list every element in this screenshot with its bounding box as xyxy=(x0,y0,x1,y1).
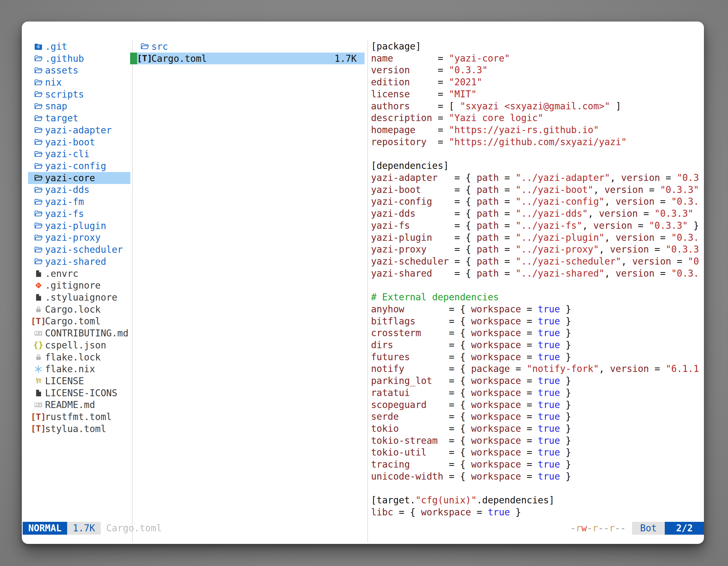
folder-open-icon xyxy=(34,114,43,123)
preview-line: unicode-width = { workspace = true } xyxy=(371,471,704,483)
file-row[interactable]: Cargo.lock xyxy=(28,303,130,315)
preview-line: yazi-shared = { path = "../yazi-shared",… xyxy=(371,268,704,280)
file-row[interactable]: LICENSE-ICONS xyxy=(28,387,130,399)
folder-row[interactable]: yazi-dds xyxy=(28,184,130,196)
folder-row[interactable]: scripts xyxy=(28,88,130,100)
folder-row[interactable]: target xyxy=(28,112,130,124)
preview-line: tracing = { workspace = true } xyxy=(371,459,704,471)
preview-line: authors = [ "sxyazi <sxyazi@gmail.com>" … xyxy=(371,100,704,112)
entry-label: yazi-proxy xyxy=(45,232,101,243)
toml-icon: [T] xyxy=(34,317,43,325)
file-preview-pane[interactable]: [package]name = "yazi-core"version = "0.… xyxy=(371,41,704,530)
file-row[interactable]: README.md xyxy=(28,399,130,411)
folder-open-icon xyxy=(34,198,43,206)
preview-line: yazi-dds = { path = "../yazi-dds", versi… xyxy=(371,208,704,220)
markdown-icon xyxy=(34,329,43,337)
file-permissions: -rw-r--r-- xyxy=(570,522,626,535)
file-row[interactable]: [T]rustfmt.toml xyxy=(28,411,130,423)
git-folder-icon xyxy=(34,42,43,51)
folder-open-icon xyxy=(34,66,43,75)
yazi-window: .git.githubassetsnixscriptssnaptargetyaz… xyxy=(22,22,704,544)
entry-label: yazi-cli xyxy=(45,149,90,159)
folder-row[interactable]: yazi-fs xyxy=(28,208,130,220)
file-row[interactable]: .envrc xyxy=(28,268,130,280)
folder-row[interactable]: .github xyxy=(28,53,130,65)
entry-label: yazi-fm xyxy=(45,196,84,207)
folder-row[interactable]: yazi-boot xyxy=(28,136,130,148)
folder-row[interactable]: src xyxy=(130,41,365,53)
entry-label: flake.lock xyxy=(45,352,101,363)
preview-line: yazi-adapter = { path = "../yazi-adapter… xyxy=(371,172,704,184)
entry-label: .styluaignore xyxy=(45,292,117,303)
file-size-badge: 1.7K xyxy=(67,522,100,535)
file-row[interactable]: flake.nix xyxy=(28,363,130,375)
preview-line: yazi-config = { path = "../yazi-config",… xyxy=(371,196,704,208)
selection-marker xyxy=(130,53,137,65)
keys-icon xyxy=(34,377,43,385)
preview-line xyxy=(371,483,704,495)
entry-label: yazi-plugin xyxy=(45,220,106,231)
folder-row[interactable]: yazi-proxy xyxy=(28,232,130,244)
entry-label: yazi-scheduler xyxy=(45,244,123,255)
folder-open-icon xyxy=(34,126,43,134)
preview-line: tokio-stream = { workspace = true } xyxy=(371,435,704,447)
folder-row[interactable]: assets xyxy=(28,64,130,76)
entry-label: yazi-config xyxy=(45,161,106,172)
lock-icon xyxy=(34,353,43,361)
folder-row[interactable]: yazi-fm xyxy=(28,196,130,208)
preview-line: serde = { workspace = true } xyxy=(371,411,704,423)
preview-line: yazi-plugin = { path = "../yazi-plugin",… xyxy=(371,232,704,244)
folder-row[interactable]: yazi-adapter xyxy=(28,124,130,136)
folder-row[interactable]: .git xyxy=(28,41,130,53)
nix-snowflake-icon xyxy=(34,365,43,373)
entry-label: .gitignore xyxy=(45,280,101,291)
preview-line: yazi-scheduler = { path = "../yazi-sched… xyxy=(371,256,704,268)
folder-row[interactable]: snap xyxy=(28,100,130,112)
entry-label: target xyxy=(45,113,78,124)
folder-row[interactable]: yazi-core xyxy=(28,172,130,184)
folder-open-icon xyxy=(34,90,43,98)
preview-line: yazi-proxy = { path = "../yazi-proxy", v… xyxy=(371,244,704,256)
entry-label: CONTRIBUTING.md xyxy=(45,328,128,339)
folder-open-icon xyxy=(34,234,43,242)
toml-icon: [T] xyxy=(34,413,43,421)
preview-line: [dependencies] xyxy=(371,160,704,172)
folder-row[interactable]: yazi-scheduler xyxy=(28,244,130,256)
entry-label: cspell.json xyxy=(45,340,106,351)
file-row[interactable]: LICENSE xyxy=(28,375,130,387)
preview-line: anyhow = { workspace = true } xyxy=(371,303,704,315)
entry-label: Cargo.lock xyxy=(45,304,101,315)
toml-icon: [T] xyxy=(34,424,43,433)
markdown-icon xyxy=(34,401,43,409)
file-icon xyxy=(34,389,43,397)
file-row[interactable]: [T]Cargo.toml1.7K xyxy=(130,53,365,65)
status-bar: NORMAL 1.7K Cargo.toml -rw-r--r-- Bot 2/… xyxy=(23,522,704,535)
folder-row[interactable]: yazi-cli xyxy=(28,148,130,160)
preview-line: [package] xyxy=(371,41,704,53)
file-row[interactable]: .styluaignore xyxy=(28,291,130,303)
folder-row[interactable]: yazi-shared xyxy=(28,256,130,268)
preview-line: license = "MIT" xyxy=(371,88,704,100)
file-row[interactable]: [T]stylua.toml xyxy=(28,423,130,435)
entry-label: Cargo.toml xyxy=(151,53,207,64)
cursor-counter-badge: 2/2 xyxy=(665,522,704,535)
preview-line: libc = { workspace = true } xyxy=(371,506,704,518)
folder-row[interactable]: yazi-config xyxy=(28,160,130,172)
preview-line: description = "Yazi core logic" xyxy=(371,112,704,124)
folder-row[interactable]: yazi-plugin xyxy=(28,220,130,232)
current-directory-pane: src[T]Cargo.toml1.7K xyxy=(130,41,365,64)
entry-label: yazi-adapter xyxy=(45,125,112,136)
folder-row[interactable]: nix xyxy=(28,76,130,88)
preview-line xyxy=(371,280,704,291)
folder-open-icon xyxy=(34,102,43,111)
file-row[interactable]: [T]Cargo.toml xyxy=(28,315,130,327)
preview-line: ratatui = { workspace = true } xyxy=(371,387,704,399)
file-row[interactable]: {}cspell.json xyxy=(28,339,130,351)
entry-label: .github xyxy=(45,53,84,64)
folder-open-icon xyxy=(34,246,43,254)
file-row[interactable]: CONTRIBUTING.md xyxy=(28,327,130,339)
preview-line: version = "0.3.3" xyxy=(371,64,704,76)
status-filename: Cargo.toml xyxy=(106,522,162,535)
file-row[interactable]: flake.lock xyxy=(28,351,130,363)
file-row[interactable]: .gitignore xyxy=(28,280,130,291)
